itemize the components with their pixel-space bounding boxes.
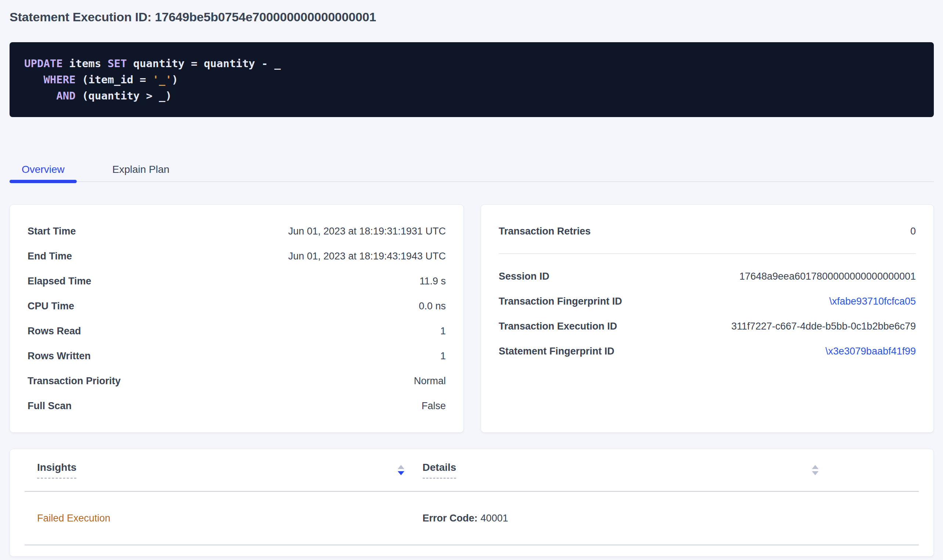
stat-row-elapsed-time: Elapsed Time11.9 s [28, 269, 446, 294]
stat-row-transaction-retries: Transaction Retries 0 [499, 219, 916, 244]
stat-label: Statement Fingerprint ID [499, 346, 614, 357]
stat-row-full-scan: Full ScanFalse [28, 393, 446, 418]
sort-icon-insights[interactable] [398, 465, 404, 475]
stat-label: Start Time [28, 226, 76, 237]
stat-value: 0.0 ns [419, 300, 446, 312]
card-divider [499, 253, 916, 254]
stat-label: Session ID [499, 271, 549, 282]
stat-value: Normal [414, 375, 446, 387]
column-label-insights[interactable]: Insights [37, 462, 76, 478]
stat-row-start-time: Start TimeJun 01, 2023 at 18:19:31:1931 … [28, 219, 446, 244]
tab-label: Overview [22, 164, 65, 175]
stat-row-rows-read: Rows Read1 [28, 318, 446, 343]
stat-row-cpu-time: CPU Time0.0 ns [28, 294, 446, 318]
stat-value: 11.9 s [419, 275, 446, 287]
stat-value: 1 [440, 326, 446, 337]
stat-label: Rows Read [28, 326, 81, 337]
stat-row-transaction-fingerprint-id: Transaction Fingerprint ID\xfabe93710fcf… [499, 289, 916, 314]
stat-value: 0 [910, 226, 916, 237]
transaction-fingerprint-id-link[interactable]: \xfabe93710fcfca05 [829, 296, 916, 307]
stat-row-rows-written: Rows Written1 [28, 343, 446, 368]
column-header-insights[interactable]: Insights [25, 462, 423, 478]
stat-row-session-id: Session ID17648a9eea60178000000000000000… [499, 264, 916, 289]
sort-icon-details[interactable] [812, 465, 818, 475]
sql-statement-box: UPDATE items SET quantity = quantity - _… [9, 42, 934, 117]
stat-label: CPU Time [28, 300, 74, 312]
tab-label: Explain Plan [112, 164, 169, 175]
stat-label: Full Scan [28, 400, 72, 412]
tab-explain-plan[interactable]: Explain Plan [100, 158, 182, 181]
sql-line: AND (quantity > _) [24, 88, 919, 104]
stat-label: Transaction Execution ID [499, 321, 617, 332]
insight-cell: Failed Execution [25, 513, 423, 524]
column-header-details[interactable]: Details [423, 462, 823, 478]
detail-cell: Error Code:40001 [423, 513, 823, 524]
page-title: Statement Execution ID: 17649be5b0754e70… [9, 8, 934, 26]
insight-type-label: Failed Execution [37, 513, 111, 524]
stat-label: Elapsed Time [28, 275, 91, 287]
error-code-value: 40001 [481, 513, 508, 524]
error-code-label: Error Code: [423, 513, 478, 524]
stat-value: False [422, 400, 446, 412]
stat-row-transaction-priority: Transaction PriorityNormal [28, 368, 446, 393]
error-code-text: Error Code:40001 [423, 513, 508, 524]
insight-table-row: Failed Execution Error Code:40001 [25, 492, 919, 545]
stat-value: Jun 01, 2023 at 18:19:43:1943 UTC [288, 251, 446, 262]
transaction-id-rows: Session ID17648a9eea60178000000000000000… [499, 264, 916, 364]
column-label-details[interactable]: Details [423, 462, 456, 478]
statement-fingerprint-id-link[interactable]: \x3e3079baabf41f99 [826, 346, 916, 357]
stat-value: 1 [440, 351, 446, 362]
tab-overview[interactable]: Overview [9, 158, 77, 181]
stat-row-end-time: End TimeJun 01, 2023 at 18:19:43:1943 UT… [28, 244, 446, 269]
summary-cards-row: Start TimeJun 01, 2023 at 18:19:31:1931 … [9, 205, 934, 433]
overview-stats-card: Start TimeJun 01, 2023 at 18:19:31:1931 … [9, 205, 464, 433]
stat-row-transaction-execution-id: Transaction Execution ID311f7227-c667-4d… [499, 314, 916, 339]
stat-value: 17648a9eea6017800000000000000001 [739, 271, 916, 282]
sql-line: UPDATE items SET quantity = quantity - _ [24, 55, 919, 72]
stat-label: Transaction Fingerprint ID [499, 296, 622, 307]
stat-value: 311f7227-c667-4dde-b5bb-0c1b2bbe6c79 [732, 321, 916, 332]
stat-label: Rows Written [28, 351, 91, 362]
insights-table-header: Insights Details [25, 449, 919, 492]
stat-label: End Time [28, 251, 72, 262]
stat-label: Transaction Retries [499, 226, 591, 237]
stat-value: Jun 01, 2023 at 18:19:31:1931 UTC [288, 226, 446, 237]
stat-row-statement-fingerprint-id: Statement Fingerprint ID\x3e3079baabf41f… [499, 339, 916, 364]
sql-line: WHERE (item_id = '_') [24, 72, 919, 88]
insights-table-card: Insights Details Failed Execution Error … [9, 449, 934, 557]
transaction-stats-card: Transaction Retries 0 Session ID17648a9e… [481, 205, 934, 433]
tab-bar: Overview Explain Plan [9, 158, 934, 182]
stat-label: Transaction Priority [28, 375, 121, 387]
statement-execution-details-page: Statement Execution ID: 17649be5b0754e70… [0, 8, 943, 557]
